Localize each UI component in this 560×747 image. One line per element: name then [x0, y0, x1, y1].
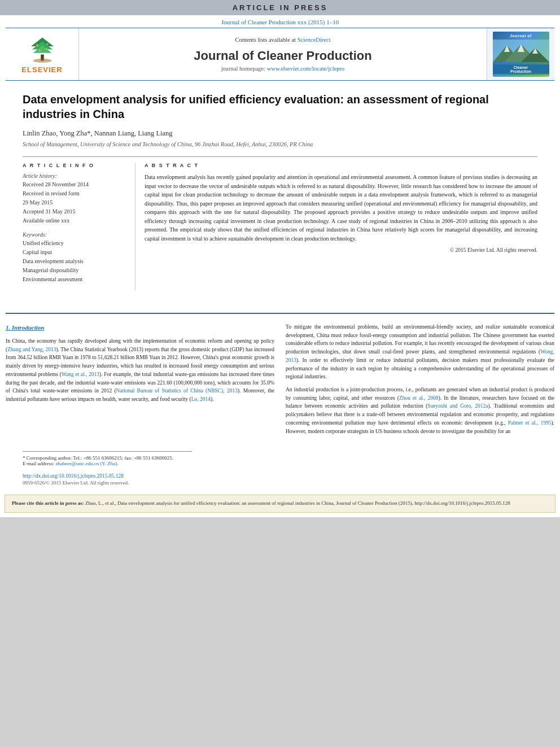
history-label: Article history:: [23, 173, 128, 179]
intro-paragraph-3: An industrial production is a joint-prod…: [286, 386, 554, 435]
journal-citation: Journal of Cleaner Production xxx (2015)…: [0, 15, 560, 28]
doi-text: http://dx.doi.org/10.1016/j.jclepro.2015…: [23, 473, 124, 479]
journal-citation-text: Journal of Cleaner Production xxx (2015)…: [221, 19, 339, 25]
svg-point-6: [46, 43, 48, 45]
homepage-line: journal homepage: www.elsevier.com/locat…: [221, 65, 345, 72]
body-column-right: To mitigate the environmental problems, …: [286, 323, 554, 440]
page: ARTICLE IN PRESS Journal of Cleaner Prod…: [0, 0, 560, 517]
keywords-block: Keywords: Unified efficiency Capital inp…: [23, 231, 128, 283]
authors-text: Linlin Zhao, Yong Zha*, Nannan Liang, Li…: [23, 129, 173, 137]
journal-center: Contents lists available at ScienceDirec…: [79, 28, 487, 80]
corresponding-author: * Corresponding author. Tel.: +86 551 63…: [23, 455, 192, 461]
main-content: Data envelopment analysis for unified ef…: [0, 81, 560, 313]
cp-logo-box: Journal of: [493, 32, 549, 77]
email-label: E-mail address:: [23, 461, 54, 466]
abstract-heading: A B S T R A C T: [145, 163, 537, 168]
available-online: Available online xxx: [23, 217, 128, 225]
homepage-url[interactable]: www.elsevier.com/locate/jclepro: [267, 65, 345, 72]
affiliation: School of Management, University of Scie…: [23, 141, 537, 147]
section-divider: [6, 313, 554, 314]
elsevier-tree-icon: [20, 35, 65, 63]
body-column-left: 1. Introduction In China, the economy ha…: [6, 323, 274, 440]
journal-header: ELSEVIER Contents lists available at Sci…: [6, 28, 554, 81]
revised-date: 29 May 2015: [23, 199, 128, 207]
sueyoshi-goto-ref[interactable]: Sueyoshi and Goto, 2012a: [427, 403, 488, 409]
palmer-ref[interactable]: Palmer et al., 1995: [508, 420, 552, 426]
svg-point-8: [45, 48, 47, 50]
email-address[interactable]: zhabeer@ustc.edu.cn (Y. Zha).: [55, 461, 118, 466]
keyword-2: Capital input: [23, 248, 128, 256]
nbsc-ref[interactable]: National Bureau of Statistics of China (…: [116, 388, 238, 394]
sciencedirect-link[interactable]: ScienceDirect: [298, 37, 331, 43]
abstract-text: Data envelopment analysis has recently g…: [145, 173, 537, 255]
keywords-label: Keywords:: [23, 231, 128, 238]
article-history-block: Article history: Received 28 November 20…: [23, 173, 128, 225]
contents-available-line: Contents lists available at ScienceDirec…: [235, 37, 330, 43]
intro-section-title: 1. Introduction: [6, 323, 274, 333]
article-info-abstract-section: A R T I C L E I N F O Article history: R…: [23, 156, 537, 290]
homepage-label: journal homepage:: [221, 65, 265, 72]
cp-logo-top-text: Journal of: [493, 34, 549, 38]
footnote-area: * Corresponding author. Tel.: +86 551 63…: [23, 451, 192, 466]
zhou-et-al-ref[interactable]: Zhou et al., 2008: [399, 395, 439, 401]
intro-paragraph-1: In China, the economy has rapidly develo…: [6, 337, 274, 404]
accepted-date: Accepted 31 May 2015: [23, 208, 128, 216]
citation-text: Zhao, L., et al., Data envelopment analy…: [85, 500, 510, 506]
elsevier-label: ELSEVIER: [21, 65, 62, 74]
svg-point-5: [36, 44, 38, 46]
body-columns: 1. Introduction In China, the economy ha…: [0, 323, 560, 440]
article-info: A R T I C L E I N F O Article history: R…: [23, 163, 135, 290]
article-in-press-banner: ARTICLE IN PRESS: [0, 0, 560, 15]
svg-point-1: [33, 58, 51, 62]
cp-logo-container: Journal of: [487, 28, 554, 80]
abstract-section: A B S T R A C T Data envelopment analysi…: [145, 163, 537, 290]
cp-logo-bottom-text: CleanerProduction: [493, 64, 549, 75]
authors: Linlin Zhao, Yong Zha*, Nannan Liang, Li…: [23, 129, 537, 138]
journal-title: Journal of Cleaner Production: [194, 49, 371, 63]
keyword-1: Unified efficiency: [23, 239, 128, 247]
keyword-5: Environmental assessment: [23, 276, 128, 283]
intro-paragraph-2: To mitigate the environmental problems, …: [286, 323, 554, 381]
article-info-heading: A R T I C L E I N F O: [23, 163, 128, 168]
elsevier-logo: ELSEVIER: [6, 28, 79, 80]
received-date: Received 28 November 2014: [23, 181, 128, 189]
email-line: E-mail address: zhabeer@ustc.edu.cn (Y. …: [23, 461, 192, 466]
wang-et-al-ref[interactable]: Wang et al., 2013: [62, 372, 99, 377]
article-title: Data envelopment analysis for unified ef…: [23, 92, 537, 121]
keyword-3: Data envelopment analysis: [23, 257, 128, 265]
please-cite-label: Please cite this article in press as:: [12, 500, 84, 506]
zhang-yang-ref[interactable]: Zhang and Yang, 2013: [7, 347, 56, 352]
svg-point-7: [39, 49, 41, 51]
citation-bar: Please cite this article in press as: Zh…: [5, 495, 555, 513]
revised-label: Received in revised form: [23, 190, 128, 198]
contents-text: Contents lists available at: [235, 37, 296, 43]
issn-line: 0959-6526/© 2015 Elsevier Ltd. All right…: [0, 480, 560, 486]
banner-text: ARTICLE IN PRESS: [233, 3, 328, 12]
copyright-text: © 2015 Elsevier Ltd. All rights reserved…: [145, 246, 537, 255]
wong-ref[interactable]: Wong, 2013: [286, 349, 554, 363]
keyword-4: Managerial disposability: [23, 267, 128, 274]
doi-line[interactable]: http://dx.doi.org/10.1016/j.jclepro.2015…: [0, 473, 560, 479]
lo-ref[interactable]: Lo, 2014: [191, 396, 211, 402]
